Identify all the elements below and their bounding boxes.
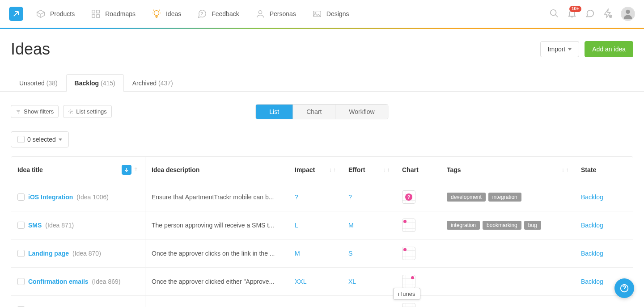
idea-id: (Idea 869): [92, 278, 121, 285]
sort-arrows[interactable]: ↓ ↑: [562, 167, 568, 173]
nav-label: Designs: [326, 10, 349, 17]
svg-rect-1: [97, 10, 99, 13]
tag[interactable]: bug: [524, 221, 541, 230]
tabs: Unsorted (38) Backlog (415) Archived (43…: [0, 74, 644, 92]
tab-backlog[interactable]: Backlog (415): [66, 74, 124, 92]
view-chart[interactable]: Chart: [293, 105, 335, 119]
table-row: Approval Process (Idea 868) Once the app…: [11, 296, 633, 307]
view-list[interactable]: List: [256, 105, 293, 119]
selected-dropdown[interactable]: 0 selected: [11, 131, 69, 147]
lightbulb-icon: [152, 9, 161, 19]
notifications-button[interactable]: 10+: [567, 8, 577, 20]
svg-rect-2: [92, 15, 95, 17]
comments-button[interactable]: [585, 8, 595, 20]
chart-box[interactable]: [402, 219, 415, 232]
col-state[interactable]: State: [575, 157, 633, 183]
chart-box[interactable]: [402, 303, 415, 307]
col-impact[interactable]: Impact↓ ↑: [288, 157, 342, 183]
col-effort[interactable]: Effort↓ ↑: [342, 157, 396, 183]
state-link[interactable]: Backlog: [581, 193, 603, 201]
idea-link[interactable]: SMS: [28, 222, 42, 229]
show-filters-label: Show filters: [24, 108, 54, 115]
cell-desc: Once the approver clicked either "Approv…: [145, 268, 288, 295]
import-label: Import: [548, 46, 566, 53]
table-row: iOS Integration (Idea 1006) Ensure that …: [11, 183, 633, 211]
idea-id: (Idea 871): [45, 222, 74, 229]
toolbar-left: Show filters List settings: [11, 105, 112, 118]
list-settings-button[interactable]: List settings: [63, 105, 112, 118]
nav-label: Products: [50, 10, 75, 17]
tag[interactable]: integration: [488, 193, 521, 202]
table-row: Landing page (Idea 870) Once the approve…: [11, 240, 633, 268]
impact-value[interactable]: XXL: [295, 278, 306, 285]
image-icon: [312, 9, 322, 19]
nav-designs[interactable]: Designs: [312, 9, 349, 19]
tag[interactable]: integration: [447, 221, 480, 230]
nav-products[interactable]: Products: [36, 9, 75, 19]
user-avatar[interactable]: [621, 7, 635, 21]
state-link[interactable]: Backlog: [581, 250, 603, 257]
impact-value[interactable]: ?: [295, 193, 298, 201]
cell-impact: L: [288, 211, 342, 239]
effort-value[interactable]: S: [348, 250, 352, 257]
cell-tags: [441, 296, 575, 307]
cell-state: Backlog: [575, 183, 633, 211]
col-chart[interactable]: Chart: [396, 157, 441, 183]
cell-effort: XXL: [342, 296, 396, 307]
nav-ideas[interactable]: Ideas: [152, 9, 181, 19]
chart-box[interactable]: ?: [402, 190, 415, 204]
col-desc[interactable]: Idea description: [145, 157, 288, 183]
tooltip: iTunes: [393, 288, 420, 300]
tab-archived[interactable]: Archived (437): [124, 74, 182, 92]
avatar-icon: [622, 8, 634, 20]
impact-value[interactable]: L: [295, 222, 298, 229]
sort-asc-button[interactable]: [133, 166, 139, 173]
nav-roadmaps[interactable]: Roadmaps: [91, 9, 136, 19]
lightning-button[interactable]: [603, 8, 613, 20]
row-checkbox[interactable]: [17, 278, 25, 285]
top-nav: Products Roadmaps Ideas Feedback Persona…: [0, 0, 644, 28]
effort-value[interactable]: ?: [348, 193, 352, 201]
col-title[interactable]: Idea title: [11, 157, 145, 183]
row-checkbox[interactable]: [17, 250, 25, 257]
nav-feedback[interactable]: Feedback: [197, 9, 239, 19]
nav-personas[interactable]: Personas: [255, 9, 296, 19]
idea-link[interactable]: iOS Integration: [28, 193, 73, 201]
add-idea-button[interactable]: Add an idea: [585, 41, 633, 57]
tag[interactable]: development: [447, 193, 486, 202]
app-logo[interactable]: [9, 7, 23, 21]
cell-title: SMS (Idea 871): [11, 211, 145, 239]
impact-value[interactable]: M: [295, 250, 300, 257]
chevron-down-icon: [568, 48, 572, 50]
state-link[interactable]: Backlog: [581, 222, 603, 229]
tab-unsorted[interactable]: Unsorted (38): [11, 74, 66, 92]
show-filters-button[interactable]: Show filters: [11, 105, 59, 118]
cell-state: Backlog: [575, 211, 633, 239]
idea-link[interactable]: Landing page: [28, 250, 69, 257]
import-button[interactable]: Import: [540, 41, 580, 57]
col-tags[interactable]: Tags↓ ↑: [441, 157, 575, 183]
state-link[interactable]: Backlog: [581, 278, 603, 285]
checkbox[interactable]: [17, 136, 25, 143]
effort-value[interactable]: XL: [348, 278, 356, 285]
idea-id: (Idea 1006): [76, 193, 109, 201]
search-icon: [549, 8, 559, 18]
sort-arrows[interactable]: ↓ ↑: [329, 167, 336, 173]
view-workflow[interactable]: Workflow: [335, 105, 388, 119]
search-button[interactable]: [549, 8, 559, 20]
help-button[interactable]: [614, 278, 634, 298]
idea-link[interactable]: Confirmation emails: [28, 278, 89, 285]
chart-dot-icon: [411, 276, 414, 279]
chart-box[interactable]: [402, 247, 415, 260]
sort-desc-button[interactable]: [122, 165, 131, 175]
sort-arrows[interactable]: ↓ ↑: [383, 167, 390, 173]
grid-icon: [91, 9, 101, 19]
row-checkbox[interactable]: [17, 222, 25, 229]
cell-effort: XL: [342, 268, 396, 295]
effort-value[interactable]: M: [348, 222, 354, 229]
tag[interactable]: bookmarking: [483, 221, 521, 230]
chart-box[interactable]: [402, 275, 415, 288]
table-row: Confirmation emails (Idea 869) Once the …: [11, 268, 633, 296]
row-checkbox[interactable]: [17, 193, 25, 201]
svg-point-8: [551, 9, 556, 15]
